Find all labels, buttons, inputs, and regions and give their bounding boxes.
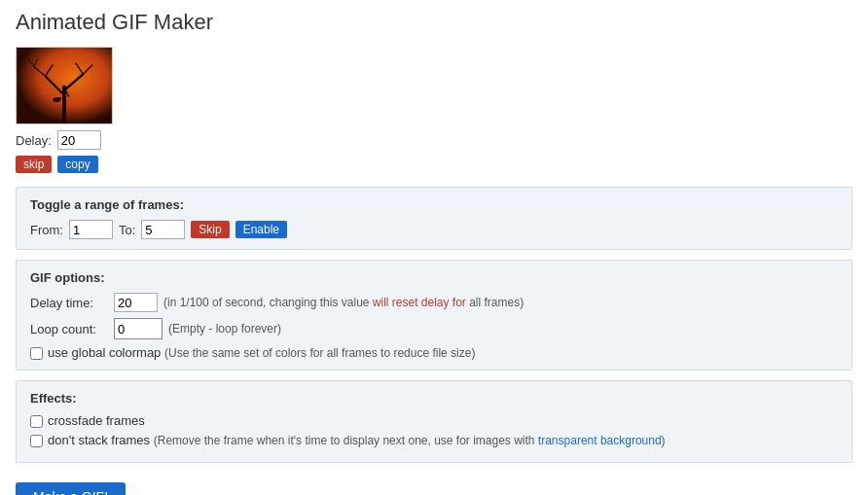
delay-time-note: (in 1/100 of second, changing this value…: [163, 296, 524, 309]
to-input[interactable]: [141, 220, 185, 239]
delay-input[interactable]: [57, 130, 101, 150]
gif-options-title: GIF options:: [30, 270, 838, 285]
copy-button[interactable]: copy: [57, 156, 97, 173]
frame-thumbnail: [16, 47, 113, 124]
global-colormap-checkbox[interactable]: [30, 347, 43, 360]
global-colormap-note: (Use the same set of colors for all fram…: [164, 346, 475, 360]
to-label: To:: [119, 223, 135, 237]
range-skip-button[interactable]: Skip: [191, 221, 229, 238]
loop-count-input[interactable]: [114, 318, 163, 339]
svg-point-13: [57, 97, 61, 100]
dont-stack-label: don't stack frames (Remove the frame whe…: [48, 433, 666, 447]
from-label: From:: [30, 223, 63, 237]
global-colormap-label: use global colormap (Use the same set of…: [48, 345, 475, 360]
loop-count-label: Loop count:: [30, 322, 108, 336]
crossfade-label: crossfade frames: [48, 413, 145, 428]
page-title: Animated GIF Maker: [16, 10, 852, 35]
loop-count-note: (Empty - loop forever): [168, 322, 281, 336]
crossfade-checkbox[interactable]: [30, 415, 43, 428]
delay-time-input[interactable]: [114, 293, 158, 312]
range-enable-button[interactable]: Enable: [235, 221, 287, 238]
delay-label: Delay:: [16, 133, 52, 148]
effects-title: Effects:: [30, 391, 838, 406]
make-gif-button[interactable]: Make a GIF!: [16, 482, 126, 495]
skip-button[interactable]: skip: [16, 156, 52, 173]
from-input[interactable]: [69, 220, 113, 239]
toggle-range-title: Toggle a range of frames:: [30, 197, 838, 212]
delay-time-label: Delay time:: [30, 296, 108, 310]
dont-stack-checkbox[interactable]: [30, 435, 43, 447]
